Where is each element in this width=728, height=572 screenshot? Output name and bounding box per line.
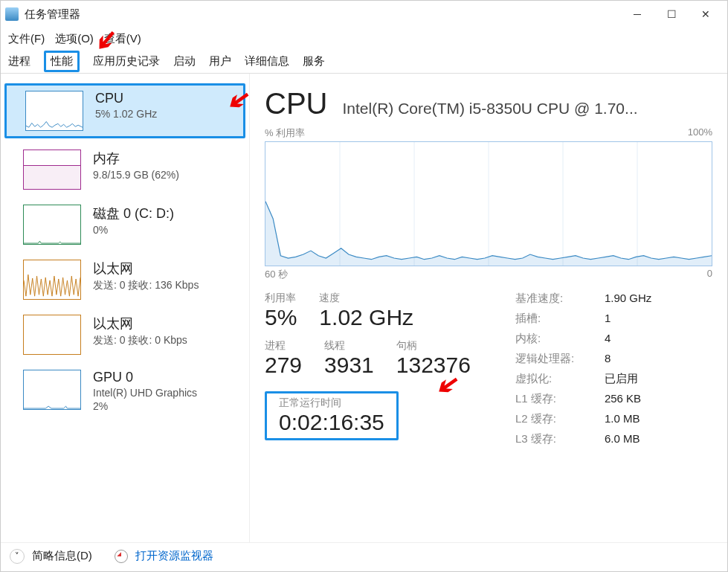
sidebar-gpu-sub2: 2% [93,400,197,412]
sidebar-item-disk[interactable]: 磁盘 0 (C: D:) 0% [1,197,249,252]
cpu-utilization-chart [265,141,712,266]
processes-label: 进程 [265,339,302,353]
sidebar-ethernet2-sub: 发送: 0 接收: 0 Kbps [93,334,187,347]
sidebar-item-gpu[interactable]: GPU 0 Intel(R) UHD Graphics 2% [1,362,249,420]
processes-value: 279 [265,353,302,378]
cores-value: 4 [605,332,686,346]
logical-processors-label: 逻辑处理器: [515,352,597,366]
ethernet2-thumbnail-chart [23,315,81,355]
handles-label: 句柄 [396,339,471,353]
sidebar-item-ethernet-2[interactable]: 以太网 发送: 0 接收: 0 Kbps [1,307,249,362]
handles-value: 132376 [396,353,471,378]
sidebar-ethernet2-title: 以太网 [93,315,187,332]
tab-users[interactable]: 用户 [209,54,231,68]
uptime-label: 正常运行时间 [279,396,384,410]
sidebar-item-memory[interactable]: 内存 9.8/15.9 GB (62%) [1,142,249,197]
window-title: 任务管理器 [25,7,620,22]
utilization-value: 5% [265,305,297,330]
memory-thumbnail-chart [23,150,81,190]
main-heading: CPU [265,87,327,120]
sidebar-item-ethernet-1[interactable]: 以太网 发送: 0 接收: 136 Kbps [1,252,249,307]
sidebar-ethernet1-sub: 发送: 0 接收: 136 Kbps [93,279,199,292]
virtualization-label: 虚拟化: [515,372,597,386]
cpu-properties: 基准速度:1.90 GHz 插槽:1 内核:4 逻辑处理器:8 虚拟化:已启用 … [515,292,686,446]
minimize-button[interactable]: ─ [620,2,654,26]
cpu-model: Intel(R) Core(TM) i5-8350U CPU @ 1.70... [342,100,712,118]
sidebar-memory-title: 内存 [93,150,179,167]
disk-thumbnail-chart [23,205,81,245]
base-speed-value: 1.90 GHz [605,292,686,306]
tab-startup[interactable]: 启动 [173,54,196,68]
main-panel: CPU Intel(R) Core(TM) i5-8350U CPU @ 1.7… [250,74,727,542]
fewer-details-link[interactable]: 简略信息(D) [32,549,92,563]
tab-app-history[interactable]: 应用历史记录 [93,54,160,68]
l3-cache-label: L3 缓存: [515,432,597,446]
sockets-value: 1 [605,312,686,326]
chart-y-max: 100% [688,126,712,140]
sidebar: ➔ CPU 5% 1.02 GHz 内存 9.8/15.9 GB (62%) [1,74,250,542]
speed-value: 1.02 GHz [319,305,413,330]
tab-services[interactable]: 服务 [303,54,325,68]
l3-cache-value: 6.0 MB [605,432,686,446]
chart-y-label: % 利用率 [265,126,305,140]
speed-label: 速度 [319,292,413,305]
chart-x-left: 60 秒 [265,268,288,281]
logical-processors-value: 8 [605,352,686,366]
menu-file[interactable]: 文件(F) [8,32,45,46]
l1-cache-label: L1 缓存: [515,392,597,406]
utilization-label: 利用率 [265,292,297,305]
compass-icon [115,550,128,563]
title-bar: 任务管理器 ─ ☐ ✕ [1,1,727,28]
cpu-thumbnail-chart [25,91,83,131]
sidebar-cpu-title: CPU [95,91,157,106]
close-button[interactable]: ✕ [689,2,723,26]
app-icon [5,7,19,21]
tab-performance[interactable]: 性能 [44,51,80,72]
threads-label: 线程 [324,339,374,353]
gpu-thumbnail-chart [23,370,81,410]
menu-bar: 文件(F) 选项(O) 查看(V) [1,28,727,50]
tab-details[interactable]: 详细信息 [245,54,289,68]
l1-cache-value: 256 KB [605,392,686,406]
tab-processes[interactable]: 进程 [8,54,30,68]
sidebar-gpu-sub: Intel(R) UHD Graphics [93,387,197,399]
sidebar-disk-title: 磁盘 0 (C: D:) [93,205,174,222]
sidebar-memory-sub: 9.8/15.9 GB (62%) [93,169,179,181]
open-resource-monitor-link[interactable]: 打开资源监视器 [135,549,213,563]
chevron-down-icon[interactable]: ˅ [10,549,25,564]
sidebar-ethernet1-title: 以太网 [93,260,199,277]
tab-bar: 进程 性能 应用历史记录 启动 用户 详细信息 服务 [1,50,727,74]
sockets-label: 插槽: [515,312,597,326]
sidebar-gpu-title: GPU 0 [93,370,197,385]
footer-bar: ˅ 简略信息(D) 打开资源监视器 [1,542,727,569]
sidebar-disk-sub: 0% [93,224,174,236]
sidebar-item-cpu[interactable]: CPU 5% 1.02 GHz [4,83,245,138]
ethernet-thumbnail-chart [23,260,81,300]
uptime-value: 0:02:16:35 [279,410,384,435]
threads-value: 3931 [324,353,374,378]
uptime-box: 正常运行时间 0:02:16:35 [265,391,399,440]
menu-view[interactable]: 查看(V) [104,32,141,46]
sidebar-cpu-sub: 5% 1.02 GHz [95,108,157,120]
virtualization-value: 已启用 [605,372,686,386]
cores-label: 内核: [515,332,597,346]
menu-options[interactable]: 选项(O) [55,32,94,46]
l2-cache-label: L2 缓存: [515,412,597,426]
chart-x-right: 0 [707,268,712,281]
l2-cache-value: 1.0 MB [605,412,686,426]
maximize-button[interactable]: ☐ [654,2,689,26]
base-speed-label: 基准速度: [515,292,597,306]
